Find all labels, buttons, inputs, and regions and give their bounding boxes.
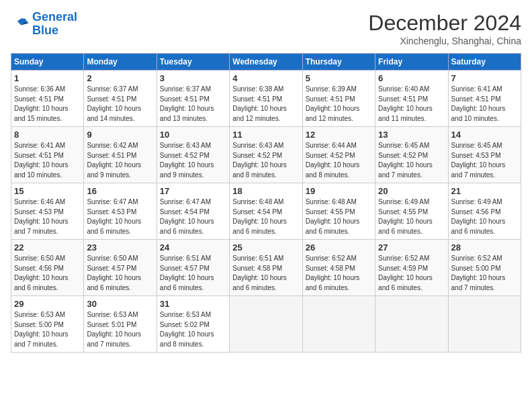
day-info: Sunrise: 6:47 AM Sunset: 4:53 PM Dayligh… bbox=[87, 197, 153, 236]
day-info: Sunrise: 6:41 AM Sunset: 4:51 PM Dayligh… bbox=[451, 85, 518, 124]
title-block: December 2024 Xinchenglu, Shanghai, Chin… bbox=[368, 11, 521, 46]
table-row: 30 Sunrise: 6:53 AM Sunset: 5:01 PM Dayl… bbox=[84, 296, 157, 353]
day-info: Sunrise: 6:45 AM Sunset: 4:52 PM Dayligh… bbox=[378, 141, 445, 180]
table-row: 11 Sunrise: 6:43 AM Sunset: 4:52 PM Dayl… bbox=[230, 127, 302, 183]
day-info: Sunrise: 6:37 AM Sunset: 4:51 PM Dayligh… bbox=[87, 85, 153, 124]
table-row: 3 Sunrise: 6:37 AM Sunset: 4:51 PM Dayli… bbox=[157, 71, 229, 127]
day-info: Sunrise: 6:52 AM Sunset: 5:00 PM Dayligh… bbox=[451, 254, 518, 293]
day-number: 7 bbox=[451, 73, 518, 83]
calendar-table: Sunday Monday Tuesday Wednesday Thursday… bbox=[11, 53, 521, 353]
day-info: Sunrise: 6:39 AM Sunset: 4:51 PM Dayligh… bbox=[306, 85, 372, 124]
day-number: 1 bbox=[14, 73, 81, 83]
calendar-row: 1 Sunrise: 6:36 AM Sunset: 4:51 PM Dayli… bbox=[11, 71, 521, 127]
table-row: 10 Sunrise: 6:43 AM Sunset: 4:52 PM Dayl… bbox=[157, 127, 229, 183]
day-number: 16 bbox=[87, 186, 153, 196]
day-info: Sunrise: 6:49 AM Sunset: 4:56 PM Dayligh… bbox=[451, 197, 518, 236]
day-number: 22 bbox=[14, 242, 81, 253]
col-saturday: Saturday bbox=[448, 54, 521, 71]
col-friday: Friday bbox=[375, 54, 448, 71]
day-number: 14 bbox=[451, 130, 518, 140]
day-info: Sunrise: 6:41 AM Sunset: 4:51 PM Dayligh… bbox=[14, 141, 81, 180]
day-number: 13 bbox=[378, 130, 445, 140]
table-row bbox=[230, 296, 302, 353]
day-number: 18 bbox=[232, 186, 299, 196]
day-info: Sunrise: 6:47 AM Sunset: 4:54 PM Dayligh… bbox=[160, 197, 226, 236]
day-info: Sunrise: 6:49 AM Sunset: 4:55 PM Dayligh… bbox=[378, 197, 445, 236]
day-info: Sunrise: 6:50 AM Sunset: 4:56 PM Dayligh… bbox=[14, 254, 81, 293]
table-row: 24 Sunrise: 6:51 AM Sunset: 4:57 PM Dayl… bbox=[157, 240, 229, 296]
day-number: 31 bbox=[160, 299, 226, 309]
day-info: Sunrise: 6:53 AM Sunset: 5:00 PM Dayligh… bbox=[14, 310, 81, 349]
day-number: 21 bbox=[451, 186, 518, 196]
logo: General Blue bbox=[11, 11, 77, 38]
table-row: 29 Sunrise: 6:53 AM Sunset: 5:00 PM Dayl… bbox=[11, 296, 84, 353]
day-number: 5 bbox=[306, 73, 372, 83]
table-row: 27 Sunrise: 6:52 AM Sunset: 4:59 PM Dayl… bbox=[375, 240, 448, 296]
col-wednesday: Wednesday bbox=[230, 54, 302, 71]
day-number: 25 bbox=[232, 242, 299, 253]
day-info: Sunrise: 6:42 AM Sunset: 4:51 PM Dayligh… bbox=[87, 141, 153, 180]
table-row: 12 Sunrise: 6:44 AM Sunset: 4:52 PM Dayl… bbox=[302, 127, 375, 183]
day-info: Sunrise: 6:38 AM Sunset: 4:51 PM Dayligh… bbox=[232, 85, 299, 124]
logo-line1: General bbox=[32, 10, 77, 24]
table-row bbox=[302, 296, 375, 353]
day-number: 4 bbox=[232, 73, 299, 83]
day-info: Sunrise: 6:43 AM Sunset: 4:52 PM Dayligh… bbox=[160, 141, 226, 180]
day-info: Sunrise: 6:37 AM Sunset: 4:51 PM Dayligh… bbox=[160, 85, 226, 124]
table-row: 2 Sunrise: 6:37 AM Sunset: 4:51 PM Dayli… bbox=[84, 71, 157, 127]
table-row: 22 Sunrise: 6:50 AM Sunset: 4:56 PM Dayl… bbox=[11, 240, 84, 296]
day-number: 3 bbox=[160, 73, 226, 83]
table-row: 16 Sunrise: 6:47 AM Sunset: 4:53 PM Dayl… bbox=[84, 183, 157, 240]
day-info: Sunrise: 6:46 AM Sunset: 4:53 PM Dayligh… bbox=[14, 197, 81, 236]
day-info: Sunrise: 6:52 AM Sunset: 4:59 PM Dayligh… bbox=[378, 254, 445, 293]
location: Xinchenglu, Shanghai, China bbox=[368, 36, 521, 46]
day-number: 26 bbox=[306, 242, 372, 253]
table-row: 13 Sunrise: 6:45 AM Sunset: 4:52 PM Dayl… bbox=[375, 127, 448, 183]
col-monday: Monday bbox=[84, 54, 157, 71]
day-number: 10 bbox=[160, 130, 226, 140]
calendar-row: 15 Sunrise: 6:46 AM Sunset: 4:53 PM Dayl… bbox=[11, 183, 521, 240]
day-number: 11 bbox=[232, 130, 299, 140]
day-info: Sunrise: 6:40 AM Sunset: 4:51 PM Dayligh… bbox=[378, 85, 445, 124]
table-row: 9 Sunrise: 6:42 AM Sunset: 4:51 PM Dayli… bbox=[84, 127, 157, 183]
day-info: Sunrise: 6:50 AM Sunset: 4:57 PM Dayligh… bbox=[87, 254, 153, 293]
table-row: 5 Sunrise: 6:39 AM Sunset: 4:51 PM Dayli… bbox=[302, 71, 375, 127]
day-info: Sunrise: 6:52 AM Sunset: 4:58 PM Dayligh… bbox=[306, 254, 372, 293]
day-number: 30 bbox=[87, 299, 153, 309]
header-row: Sunday Monday Tuesday Wednesday Thursday… bbox=[11, 54, 521, 71]
table-row: 19 Sunrise: 6:48 AM Sunset: 4:55 PM Dayl… bbox=[302, 183, 375, 240]
calendar-row: 29 Sunrise: 6:53 AM Sunset: 5:00 PM Dayl… bbox=[11, 296, 521, 353]
day-number: 2 bbox=[87, 73, 153, 83]
table-row: 14 Sunrise: 6:45 AM Sunset: 4:53 PM Dayl… bbox=[448, 127, 521, 183]
day-info: Sunrise: 6:51 AM Sunset: 4:57 PM Dayligh… bbox=[160, 254, 226, 293]
day-info: Sunrise: 6:51 AM Sunset: 4:58 PM Dayligh… bbox=[232, 254, 299, 293]
day-number: 6 bbox=[378, 73, 445, 83]
month-title: December 2024 bbox=[368, 11, 521, 36]
day-info: Sunrise: 6:36 AM Sunset: 4:51 PM Dayligh… bbox=[14, 85, 81, 124]
calendar-row: 22 Sunrise: 6:50 AM Sunset: 4:56 PM Dayl… bbox=[11, 240, 521, 296]
table-row: 7 Sunrise: 6:41 AM Sunset: 4:51 PM Dayli… bbox=[448, 71, 521, 127]
table-row: 26 Sunrise: 6:52 AM Sunset: 4:58 PM Dayl… bbox=[302, 240, 375, 296]
page-header: General Blue December 2024 Xinchenglu, S… bbox=[11, 11, 521, 46]
day-info: Sunrise: 6:43 AM Sunset: 4:52 PM Dayligh… bbox=[232, 141, 299, 180]
day-number: 19 bbox=[306, 186, 372, 196]
table-row: 17 Sunrise: 6:47 AM Sunset: 4:54 PM Dayl… bbox=[157, 183, 229, 240]
table-row: 25 Sunrise: 6:51 AM Sunset: 4:58 PM Dayl… bbox=[230, 240, 302, 296]
day-number: 28 bbox=[451, 242, 518, 253]
day-number: 29 bbox=[14, 299, 81, 309]
day-info: Sunrise: 6:45 AM Sunset: 4:53 PM Dayligh… bbox=[451, 141, 518, 180]
day-number: 17 bbox=[160, 186, 226, 196]
day-number: 9 bbox=[87, 130, 153, 140]
day-info: Sunrise: 6:44 AM Sunset: 4:52 PM Dayligh… bbox=[306, 141, 372, 180]
logo-line2: Blue bbox=[32, 24, 58, 37]
day-info: Sunrise: 6:53 AM Sunset: 5:02 PM Dayligh… bbox=[160, 310, 226, 349]
col-sunday: Sunday bbox=[11, 54, 84, 71]
day-number: 24 bbox=[160, 242, 226, 253]
day-info: Sunrise: 6:48 AM Sunset: 4:55 PM Dayligh… bbox=[306, 197, 372, 236]
day-number: 27 bbox=[378, 242, 445, 253]
day-info: Sunrise: 6:48 AM Sunset: 4:54 PM Dayligh… bbox=[232, 197, 299, 236]
table-row: 20 Sunrise: 6:49 AM Sunset: 4:55 PM Dayl… bbox=[375, 183, 448, 240]
calendar-row: 8 Sunrise: 6:41 AM Sunset: 4:51 PM Dayli… bbox=[11, 127, 521, 183]
col-thursday: Thursday bbox=[302, 54, 375, 71]
table-row: 31 Sunrise: 6:53 AM Sunset: 5:02 PM Dayl… bbox=[157, 296, 229, 353]
